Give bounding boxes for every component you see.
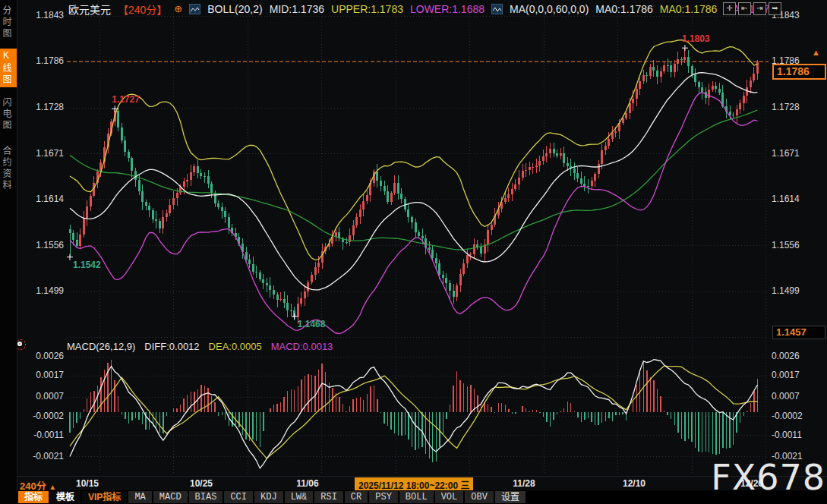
macd-tick-label: -0.0002 [772,411,826,421]
macd-tick-label: -0.0011 [772,430,826,440]
toolbar-button[interactable]: MACD [153,491,188,503]
macd-tick-label: 0.0017 [17,370,64,380]
x-axis-label: 10/25 [175,478,228,489]
ma-indicator-icon[interactable] [491,4,503,14]
toolbar-button[interactable]: KDJ [254,491,283,503]
toolbar-button[interactable]: PSY [369,491,398,503]
price-tick-label: 1.1671 [17,148,64,159]
x-axis-label: 12/20 [725,478,778,489]
ma0-value-1: MA0:1.1786 [595,3,653,15]
macd-tick-label: 0.0017 [772,370,826,380]
toolbar-button[interactable]: MA [128,491,151,503]
toolbar-button[interactable]: VOL [435,491,464,503]
current-price-box: 1.1786 [772,64,826,80]
toolbar-button[interactable]: RSI [314,491,343,503]
toolbar-button[interactable]: BOLL [399,491,434,503]
price-tick-label: 1.1728 [772,102,826,112]
toolbar-button[interactable]: 设置 [495,491,526,503]
boll-upper-value: UPPER:1.1783 [331,3,403,15]
macd-tick-label: -0.0021 [772,451,826,461]
price-annotation: 1.1542 [73,260,101,270]
pan-right-icon[interactable]: ➥ [769,2,781,15]
sidebar-item-2[interactable]: K线图 [0,49,17,87]
macd-label[interactable]: MACD(26,12,9) [67,341,135,352]
toolbar-button[interactable]: 指标 [18,491,49,503]
axis-separator [0,476,827,477]
price-tick-label: 1.1499 [772,285,826,296]
macd-tick-label: -0.0021 [17,451,64,461]
left-sidebar: 分时图K线图闪电图合约资料 [0,0,17,504]
macd-dea-value: DEA:0.0005 [209,341,262,352]
boll-label: BOLL(20,2) [207,3,262,15]
price-tick-label: 1.1556 [17,240,64,250]
x-axis-label: 11/28 [497,478,551,489]
x-axis-label: 10/15 [61,478,114,489]
toolbar-button[interactable]: OBV [465,491,494,503]
x-axis-label: 11/06 [281,478,334,489]
price-tick-label: 1.1614 [772,194,826,204]
current-price-arrow-icon: ▲ [812,49,820,57]
ma-label: MA(0,0,0,60,0,0) [510,3,589,15]
boll-indicator-icon[interactable] [189,4,200,14]
price-annotation: 1.1727 [112,94,140,105]
price-annotation: 1.1468 [298,319,326,329]
ma0-value-2: MA0:1.1786 [660,3,718,15]
circle-plus-icon[interactable]: ⊕ [174,3,182,14]
price-tick-label: 1.1614 [17,194,64,204]
x-axis-label: 12/10 [608,478,661,489]
toolbar-button[interactable]: 模板 [50,491,80,503]
macd-tick-label: 0.0026 [772,351,826,361]
price-tick-label: 1.1556 [772,240,826,250]
price-tick-label: 1.1728 [17,102,64,112]
sidebar-item-3[interactable]: 闪电图 [0,96,17,133]
toolbar-button[interactable]: BIAS [189,491,223,503]
toolbar-button[interactable]: CR [345,491,368,503]
chart-application: 分时图K线图闪电图合约资料 1.15421.17271.14681.1803 欧… [0,0,827,504]
toolbar-button[interactable]: CCI [224,491,253,503]
macd-tick-label: 0.0026 [17,351,64,361]
price-tick-label: 1.1843 [17,10,64,20]
indicator-toolbar: 指标模板VIP指标MAMACDBIASCCIKDJLW&RSICRPSYBOLL… [17,490,827,504]
price-tick-label: 1.1671 [772,148,826,159]
toolbar-button[interactable]: VIP指标 [82,491,127,503]
macd-tick-label: 0.0007 [17,391,64,402]
crosshair-icon[interactable]: ✛ [723,2,736,15]
period-label[interactable]: 【240分】 [118,2,167,17]
price-annotation: 1.1803 [682,33,710,44]
sidebar-item-1[interactable]: 分时图 [0,4,17,41]
macd-header: MACD(26,12,9) DIFF:0.0012 DEA:0.0005 MAC… [67,341,333,352]
symbol-name: 欧元美元 [68,2,111,17]
macd-tick-label: -0.0002 [17,411,64,421]
scale-left-icon[interactable]: ⇤ [738,2,751,15]
window-tools: ✛⇤⇥➥ [723,2,781,15]
sidebar-item-4[interactable]: 合约资料 [0,144,17,193]
chart-header: 欧元美元 【240分】 ⊕ BOLL(20,2) MID:1.1736 UPPE… [68,2,781,15]
scale-right-icon[interactable]: ⇥ [753,2,766,15]
macd-value: MACD:0.0013 [271,341,333,352]
range-min-box: 1.1457 [772,326,825,339]
price-tick-label: 1.1786 [17,55,64,66]
boll-lower-value: LOWER:1.1688 [410,3,485,15]
price-tick-label: 1.1499 [17,285,64,296]
macd-tick-label: 0.0007 [772,391,826,402]
boll-mid-value: MID:1.1736 [270,3,324,15]
candlestick-chart-canvas[interactable]: 1.15421.17271.14681.1803 [17,0,770,477]
macd-tick-label: -0.0011 [17,430,64,440]
toolbar-button[interactable]: LW& [285,491,314,503]
macd-diff-value: DIFF:0.0012 [144,341,199,352]
